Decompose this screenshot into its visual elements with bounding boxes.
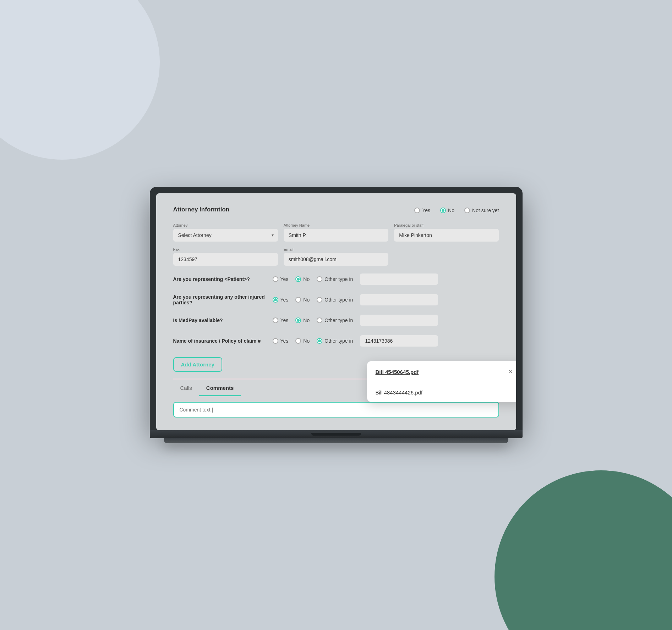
laptop-bottom — [164, 438, 508, 443]
q4-other-input[interactable] — [360, 335, 438, 347]
attorney-name-label: Attorney Name — [284, 223, 388, 227]
radio-circle-q1-yes — [273, 276, 278, 282]
popup-close-button[interactable]: × — [507, 368, 515, 376]
attorney-label: Attorney — [173, 223, 278, 227]
q3-radio-yes[interactable]: Yes — [273, 317, 289, 323]
attorney-name-input[interactable] — [284, 229, 388, 242]
question-4-radios: Yes No Other type in — [273, 335, 499, 347]
question-row-4: Name of insurance / Policy of claim # Ye… — [173, 333, 499, 349]
form-row-1: Attorney Select Attorney ▾ Attorney Name — [173, 223, 499, 242]
question-1-label: Are you representing <Patient>? — [173, 276, 273, 282]
question-3-label: Is MedPay available? — [173, 317, 273, 323]
add-attorney-button[interactable]: Add Attorney — [173, 357, 222, 372]
attorney-group: Attorney Select Attorney ▾ — [173, 223, 278, 242]
popup-item-1[interactable]: Bill 45450645.pdf × — [367, 361, 516, 383]
q1-radio-yes[interactable]: Yes — [273, 276, 289, 282]
attorney-name-group: Attorney Name — [284, 223, 388, 242]
laptop: Attorney informtion Yes No Not sure y — [150, 187, 523, 443]
attorney-select[interactable]: Select Attorney — [173, 229, 278, 242]
question-2-label: Are you representing any other injured p… — [173, 294, 273, 305]
tab-comments[interactable]: Comments — [199, 381, 241, 396]
bg-circle-green — [495, 470, 672, 630]
popup-text-2: Bill 4843444426.pdf — [376, 389, 423, 396]
popup-item-2[interactable]: Bill 4843444426.pdf — [367, 383, 516, 402]
top-radio-no[interactable]: No — [440, 208, 454, 213]
q1-radio-no[interactable]: No — [295, 276, 310, 282]
email-input[interactable] — [284, 253, 388, 266]
tab-calls[interactable]: Calls — [173, 381, 199, 396]
q2-radio-yes[interactable]: Yes — [273, 297, 289, 303]
laptop-hinge — [311, 433, 361, 436]
empty-spacer — [394, 247, 499, 266]
q2-other-input[interactable] — [360, 294, 438, 305]
radio-circle-q4-other — [317, 338, 322, 344]
popup-link-1[interactable]: Bill 45450645.pdf — [376, 369, 419, 375]
laptop-base — [150, 430, 523, 438]
popup-container: Bill 45450645.pdf × Bill 4843444426.pdf — [367, 361, 516, 402]
top-radio-not-sure[interactable]: Not sure yet — [464, 208, 499, 213]
question-row-1: Are you representing <Patient>? Yes No — [173, 271, 499, 287]
email-group: Email — [284, 247, 388, 266]
radio-circle-no — [440, 208, 446, 213]
radio-circle-q3-no — [295, 317, 301, 323]
popup-card: Bill 45450645.pdf × Bill 4843444426.pdf — [367, 361, 516, 402]
radio-circle-q2-yes — [273, 297, 278, 303]
q4-radio-yes[interactable]: Yes — [273, 338, 289, 344]
q2-radio-no[interactable]: No — [295, 297, 310, 303]
attorney-section-header: Attorney informtion Yes No Not sure y — [173, 206, 499, 215]
q1-radio-other[interactable]: Other type in — [317, 276, 353, 282]
q4-radio-no[interactable]: No — [295, 338, 310, 344]
radio-circle-yes — [414, 208, 420, 213]
question-2-radios: Yes No Other type in — [273, 294, 499, 305]
radio-circle-not-sure — [464, 208, 470, 213]
q3-radio-no[interactable]: No — [295, 317, 310, 323]
q3-other-input[interactable] — [360, 315, 438, 326]
bg-circle-blue — [0, 0, 160, 160]
q4-radio-other[interactable]: Other type in — [317, 338, 353, 344]
q3-radio-other[interactable]: Other type in — [317, 317, 353, 323]
question-3-radios: Yes No Other type in — [273, 315, 499, 326]
radio-circle-q4-no — [295, 338, 301, 344]
q2-radio-other[interactable]: Other type in — [317, 297, 353, 303]
email-label: Email — [284, 247, 388, 252]
radio-circle-q4-yes — [273, 338, 278, 344]
form-row-2: Fax Email — [173, 247, 499, 266]
q1-other-input[interactable] — [360, 273, 438, 285]
paralegal-input[interactable] — [394, 229, 499, 242]
radio-circle-q2-no — [295, 297, 301, 303]
section-title: Attorney informtion — [173, 206, 230, 213]
fax-group: Fax — [173, 247, 278, 266]
fax-input[interactable] — [173, 253, 278, 266]
top-radio-yes[interactable]: Yes — [414, 208, 430, 213]
question-row-3: Is MedPay available? Yes No Other typ — [173, 313, 499, 328]
paralegal-label: Paralegal or staff — [394, 223, 499, 227]
radio-circle-q2-other — [317, 297, 322, 303]
paralegal-group: Paralegal or staff — [394, 223, 499, 242]
radio-circle-q3-yes — [273, 317, 278, 323]
question-1-radios: Yes No Other type in — [273, 273, 499, 285]
question-row-2: Are you representing any other injured p… — [173, 292, 499, 308]
laptop-body: Attorney informtion Yes No Not sure y — [150, 187, 523, 430]
radio-circle-q1-other — [317, 276, 322, 282]
attorney-select-wrapper: Select Attorney ▾ — [173, 229, 278, 242]
comment-input[interactable] — [173, 402, 499, 418]
radio-circle-q1-no — [295, 276, 301, 282]
laptop-screen: Attorney informtion Yes No Not sure y — [156, 193, 516, 430]
top-radio-group: Yes No Not sure yet — [414, 208, 499, 213]
fax-label: Fax — [173, 247, 278, 252]
question-4-label: Name of insurance / Policy of claim # — [173, 338, 273, 344]
radio-circle-q3-other — [317, 317, 322, 323]
